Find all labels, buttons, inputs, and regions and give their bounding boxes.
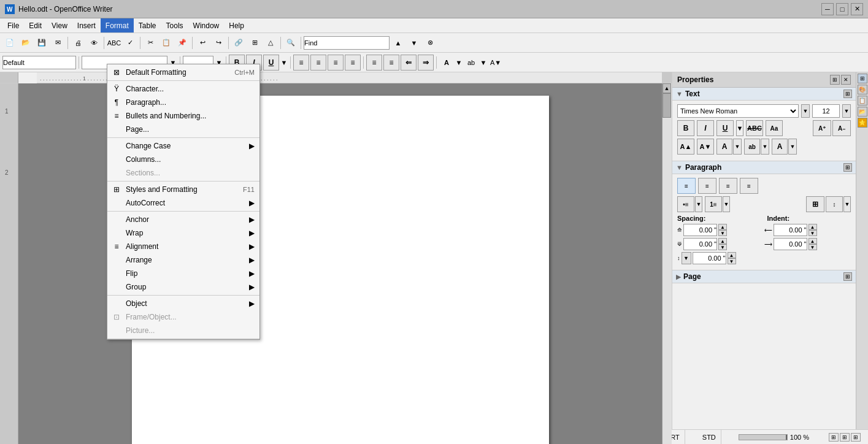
spacing-above-input[interactable] <box>683 224 717 236</box>
close-button[interactable]: ✕ <box>851 3 863 15</box>
page-section-more[interactable]: ⊞ <box>843 272 852 281</box>
menu-bullets-numbering[interactable]: ≡ Bullets and Numbering... <box>107 109 259 123</box>
panel-charcolor-dd[interactable]: ▼ <box>733 139 742 155</box>
menu-columns[interactable]: Columns... <box>107 153 259 166</box>
align-right-button[interactable]: ≡ <box>328 55 344 71</box>
panel-dock-button[interactable]: ⊞ <box>830 75 840 85</box>
page-collapse-icon[interactable]: ▶ <box>676 273 681 281</box>
menu-flip[interactable]: Flip ▶ <box>107 267 259 280</box>
edge-btn3[interactable]: 📋 <box>858 96 867 105</box>
menu-page[interactable]: Page... <box>107 123 259 136</box>
panel-fontsize-dn[interactable]: A▼ <box>697 139 714 155</box>
status-icon2[interactable]: ⊞ <box>840 433 850 442</box>
open-button[interactable]: 📂 <box>18 36 33 50</box>
bg-color-button[interactable]: A▼ <box>488 55 503 70</box>
scroll-thumb[interactable] <box>663 93 671 118</box>
zoom-slider[interactable] <box>739 434 788 440</box>
minimize-button[interactable]: ─ <box>821 3 834 15</box>
print-preview-button[interactable]: 👁 <box>86 36 101 50</box>
find-options-button[interactable]: ⊗ <box>423 36 437 50</box>
panel-subscript-button[interactable]: A₋ <box>832 120 851 136</box>
menu-autocorrect[interactable]: AutoCorrect ▶ <box>107 196 259 210</box>
panel-close-button[interactable]: ✕ <box>841 75 851 85</box>
panel-fontsize-up[interactable]: A▲ <box>677 139 694 155</box>
panel-bgcolor-btn[interactable]: A <box>772 139 788 155</box>
panel-italic-button[interactable]: I <box>697 120 714 136</box>
undo-button[interactable]: ↩ <box>195 36 210 50</box>
outdent-button[interactable]: ⇐ <box>401 55 417 71</box>
menu-file[interactable]: File <box>2 18 24 33</box>
indent-before-up[interactable]: ▲ <box>808 224 817 230</box>
maximize-button[interactable]: □ <box>836 3 848 15</box>
spellcheck-button[interactable]: ABC <box>107 36 121 50</box>
align-left-button[interactable]: ≡ <box>293 55 309 71</box>
menu-view[interactable]: View <box>47 18 72 33</box>
menu-wrap[interactable]: Wrap ▶ <box>107 226 259 240</box>
status-icon1[interactable]: ⊞ <box>829 433 839 442</box>
find-prev-button[interactable]: ▲ <box>391 36 405 50</box>
indent-after-input[interactable] <box>774 238 807 250</box>
para-num-dd[interactable]: ▼ <box>723 196 730 212</box>
print-button[interactable]: 🖨 <box>71 36 85 50</box>
menu-group[interactable]: Group ▶ <box>107 280 259 294</box>
edge-btn4[interactable]: 📂 <box>858 107 867 117</box>
panel-bgcolor-dd[interactable]: ▼ <box>788 139 797 155</box>
menu-help[interactable]: Help <box>224 18 249 33</box>
menu-styles-formatting[interactable]: ⊞ Styles and Formatting F11 <box>107 183 259 196</box>
menu-paragraph[interactable]: ¶ Paragraph... <box>107 96 259 109</box>
align-justify-button[interactable]: ≡ <box>345 55 361 71</box>
para-linespace-btn[interactable]: ↕ <box>826 196 843 212</box>
font-color-dropdown[interactable]: ▼ <box>455 55 463 70</box>
autocorrect-button[interactable]: ✓ <box>123 36 137 50</box>
show-changes-button[interactable]: △ <box>263 36 278 50</box>
para-indent-more[interactable]: ⊞ <box>806 196 824 212</box>
menu-character[interactable]: Ÿ Character... <box>107 82 259 96</box>
highlight-dropdown[interactable]: ▼ <box>480 55 487 70</box>
status-icon3[interactable]: ⊞ <box>851 433 861 442</box>
menu-object[interactable]: Object ▶ <box>107 297 259 310</box>
edge-btn2[interactable]: 🎨 <box>858 85 867 94</box>
panel-underline-dd[interactable]: ▼ <box>736 120 743 136</box>
para-align-left[interactable]: ≡ <box>677 178 696 194</box>
line-spacing-up[interactable]: ▲ <box>728 252 736 258</box>
menu-default-formatting[interactable]: ⊠ Default Formatting Ctrl+M <box>107 66 259 79</box>
menu-edit[interactable]: Edit <box>24 18 47 33</box>
menu-change-case[interactable]: Change Case ▶ <box>107 139 259 153</box>
scroll-up-button[interactable]: ▲ <box>663 83 671 93</box>
para-bullet-btn[interactable]: •≡ <box>677 196 694 212</box>
line-spacing-dd[interactable]: ▼ <box>682 252 691 264</box>
email-button[interactable]: ✉ <box>50 36 65 50</box>
spacing-below-input[interactable] <box>683 238 717 250</box>
para-align-justify[interactable]: ≡ <box>740 178 758 194</box>
indent-button[interactable]: ⇒ <box>418 55 434 71</box>
para-bullet-dd[interactable]: ▼ <box>695 196 702 212</box>
menu-table[interactable]: Table <box>134 18 161 33</box>
save-button[interactable]: 💾 <box>34 36 49 50</box>
line-spacing-input[interactable] <box>693 252 726 264</box>
line-spacing-dn[interactable]: ▼ <box>728 258 736 264</box>
menu-anchor[interactable]: Anchor ▶ <box>107 213 259 226</box>
indent-before-input[interactable] <box>774 224 807 236</box>
panel-superscript-button[interactable]: A⁺ <box>813 120 831 136</box>
numbered-list-button[interactable]: ≡ <box>383 55 399 71</box>
find-next-button[interactable]: ▼ <box>407 36 421 50</box>
cut-button[interactable]: ✂ <box>143 36 158 50</box>
menu-insert[interactable]: Insert <box>72 18 101 33</box>
spacing-below-dn[interactable]: ▼ <box>718 244 727 250</box>
menu-arrange[interactable]: Arrange ▶ <box>107 253 259 267</box>
text-collapse-icon[interactable]: ▼ <box>676 90 683 98</box>
list-button[interactable]: ≡ <box>366 55 382 71</box>
para-linespace-dd[interactable]: ▼ <box>843 196 851 212</box>
spacing-above-up[interactable]: ▲ <box>718 224 727 230</box>
panel-strikethrough-button[interactable]: ABC <box>746 120 763 136</box>
font-panel-dropdown[interactable]: ▼ <box>801 104 810 118</box>
menu-alignment[interactable]: ≡ Alignment ▶ <box>107 240 259 253</box>
indent-after-dn[interactable]: ▼ <box>808 244 817 250</box>
menu-format[interactable]: Format <box>101 18 134 33</box>
redo-button[interactable]: ↪ <box>211 36 226 50</box>
edge-btn5[interactable]: ⭐ <box>858 118 867 128</box>
panel-smallcaps-button[interactable]: Aa <box>766 120 783 136</box>
text-section-more[interactable]: ⊞ <box>843 90 852 98</box>
underline-dropdown[interactable]: ▼ <box>280 55 288 70</box>
indent-after-up[interactable]: ▲ <box>808 238 817 244</box>
